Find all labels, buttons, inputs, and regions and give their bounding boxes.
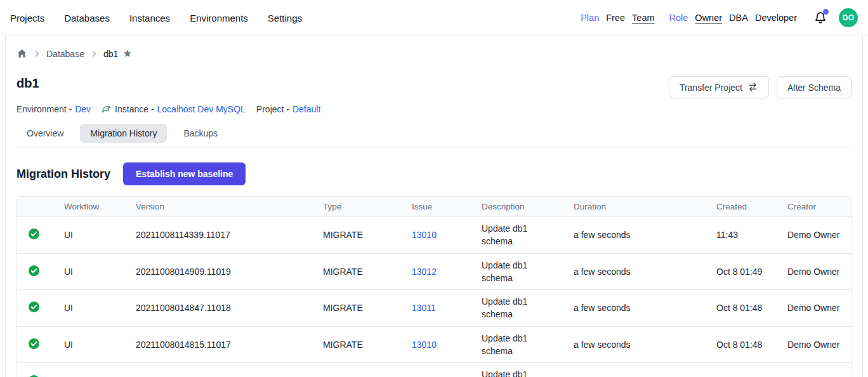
role-option-developer[interactable]: Developer — [755, 13, 797, 23]
breadcrumb-item-database[interactable]: Database — [46, 49, 84, 59]
type-cell: MIGRATE — [315, 326, 404, 363]
table-row[interactable]: UI 20211008014847.11018 MIGRATE 13011 Up… — [17, 289, 851, 326]
environment-link[interactable]: Dev — [75, 104, 91, 114]
check-circle-icon — [28, 338, 40, 350]
instance-label: Instance - — [115, 104, 154, 114]
column-header-workflow: Workflow — [56, 197, 128, 216]
description-cell: Update db1 schema — [474, 216, 566, 253]
table-row[interactable]: UI 20211008114339.11017 MIGRATE 13010 Up… — [17, 216, 851, 253]
creator-cell: Demo Owner — [780, 326, 851, 363]
version-cell: 20211008014909.11019 — [128, 253, 315, 290]
notifications-button[interactable] — [813, 10, 828, 25]
chevron-right-icon — [33, 50, 41, 58]
check-circle-icon — [28, 374, 40, 377]
created-cell: Oct 8 01:48 — [709, 289, 780, 326]
version-cell: 20211008012549.11017 — [128, 362, 315, 377]
page-header: db1 Transfer Project Alter Schema — [16, 67, 852, 98]
instance-link[interactable]: Localhost Dev MySQL — [157, 104, 246, 114]
chevron-right-icon — [90, 50, 98, 58]
role-option-dba[interactable]: DBA — [729, 13, 748, 23]
issue-link[interactable]: 13010 — [412, 340, 437, 350]
table-row[interactable]: UI 20211008014815.11017 MIGRATE 13010 Up… — [17, 326, 851, 363]
creator-cell: Demo Owner — [780, 253, 851, 290]
user-avatar[interactable]: DO — [839, 8, 858, 27]
plan-option-free[interactable]: Free — [606, 13, 625, 23]
nav-item-environments[interactable]: Environments — [190, 13, 248, 23]
section-title: Migration History — [16, 168, 110, 181]
type-cell: MIGRATE — [315, 362, 404, 377]
debug-toolbar: Plan Free Team Role Owner DBA Developer … — [581, 8, 858, 27]
description-cell: Update db1 schema — [474, 362, 566, 377]
environment-label: Environment - — [16, 104, 72, 114]
column-header-version: Version — [128, 197, 315, 216]
column-header-issue: Issue — [404, 197, 474, 216]
notification-dot-badge — [823, 9, 829, 15]
created-cell: Oct 8 01:25 — [709, 362, 780, 377]
description-cell: Update db1 schema — [474, 289, 566, 326]
project-label: Project - — [256, 104, 289, 114]
instance-group: Instance - Localhost Dev MySQL — [102, 104, 246, 114]
header-actions: Transfer Project Alter Schema — [669, 76, 852, 98]
home-icon[interactable] — [16, 48, 27, 59]
column-header-status — [17, 197, 56, 216]
nav-item-projects[interactable]: Projects — [10, 13, 44, 23]
check-circle-icon — [28, 228, 40, 240]
created-cell: 11:43 — [709, 216, 780, 253]
nav-item-databases[interactable]: Databases — [64, 13, 110, 23]
plan-option-team[interactable]: Team — [632, 13, 654, 23]
creator-cell: Demo Owner — [780, 289, 851, 326]
mysql-dolphin-icon — [102, 104, 112, 114]
role-label: Role — [669, 13, 688, 23]
project-group: Project - Default — [256, 104, 320, 114]
column-header-type: Type — [315, 197, 404, 216]
version-cell: 20211008114339.11017 — [128, 216, 315, 253]
creator-cell: Demo Owner — [780, 216, 851, 253]
alter-schema-button[interactable]: Alter Schema — [777, 76, 852, 98]
breadcrumb: Database db1 ★ — [16, 36, 852, 59]
nav-item-instances[interactable]: Instances — [129, 13, 170, 23]
workflow-cell: UI — [56, 253, 128, 290]
check-circle-icon — [28, 301, 40, 313]
duration-cell: a few seconds — [566, 253, 709, 290]
database-tabs: Overview Migration History Backups — [16, 124, 852, 147]
duration-cell: a few seconds — [566, 326, 709, 363]
transfer-project-button[interactable]: Transfer Project — [669, 76, 769, 98]
description-cell: Update db1 schema — [474, 326, 566, 363]
alter-schema-label: Alter Schema — [787, 83, 841, 93]
workflow-cell: UI — [56, 326, 128, 363]
top-navigation: Projects Databases Instances Environment… — [0, 0, 868, 36]
database-meta: Environment - Dev Instance - Localhost D… — [16, 104, 852, 114]
tab-overview[interactable]: Overview — [16, 124, 74, 143]
issue-link[interactable]: 13011 — [412, 303, 436, 313]
main-content: Database db1 ★ db1 Transfer Project Alte… — [5, 36, 863, 377]
column-header-creator: Creator — [780, 197, 851, 216]
workflow-cell: UI — [56, 289, 128, 326]
type-cell: MIGRATE — [315, 216, 404, 253]
type-cell: MIGRATE — [315, 289, 404, 326]
environment-group: Environment - Dev — [16, 104, 91, 114]
role-option-owner[interactable]: Owner — [695, 13, 722, 23]
main-menu: Projects Databases Instances Environment… — [10, 13, 302, 23]
table-header-row: Workflow Version Type Issue Description … — [17, 197, 851, 216]
description-cell: Update db1 schema — [474, 253, 566, 290]
star-icon[interactable]: ★ — [122, 48, 132, 59]
issue-link[interactable]: 13010 — [412, 230, 437, 240]
tab-backups[interactable]: Backups — [173, 124, 228, 143]
table-row[interactable]: UI 20211008012549.11017 MIGRATE 13010 Up… — [17, 362, 851, 377]
column-header-duration: Duration — [566, 197, 709, 216]
issue-link[interactable]: 13012 — [412, 267, 437, 277]
type-cell: MIGRATE — [315, 253, 404, 290]
column-header-created: Created — [709, 197, 780, 216]
duration-cell: a few seconds — [566, 289, 709, 326]
transfer-project-label: Transfer Project — [680, 83, 742, 93]
project-link[interactable]: Default — [293, 104, 320, 114]
workflow-cell: UI — [56, 362, 128, 377]
table-row[interactable]: UI 20211008014909.11019 MIGRATE 13012 Up… — [17, 253, 851, 290]
version-cell: 20211008014847.11018 — [128, 289, 315, 326]
column-header-description: Description — [474, 197, 566, 216]
tab-migration-history[interactable]: Migration History — [80, 124, 167, 143]
migration-history-table: Workflow Version Type Issue Description … — [16, 196, 852, 377]
establish-baseline-button[interactable]: Establish new baseline — [123, 162, 246, 185]
check-circle-icon — [28, 265, 40, 277]
nav-item-settings[interactable]: Settings — [268, 13, 302, 23]
